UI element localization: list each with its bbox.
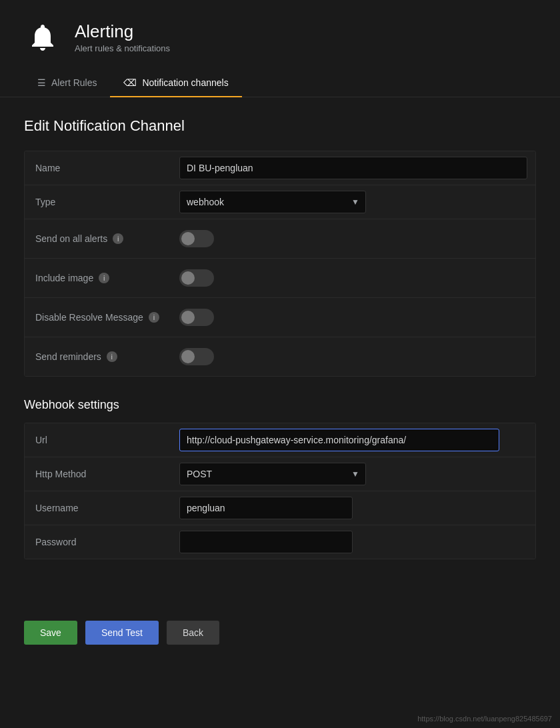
type-select[interactable]: webhook email slack pagerduty bbox=[179, 191, 366, 213]
url-value bbox=[171, 423, 535, 457]
include-image-value bbox=[171, 259, 535, 297]
http-method-select-wrapper: POST GET PUT ▼ bbox=[179, 463, 366, 485]
name-value bbox=[171, 151, 535, 185]
password-label: Password bbox=[25, 530, 171, 554]
page-title: Edit Notification Channel bbox=[24, 117, 536, 135]
save-button[interactable]: Save bbox=[24, 621, 77, 645]
name-label: Name bbox=[25, 156, 171, 180]
name-row: Name bbox=[25, 151, 535, 185]
back-button[interactable]: Back bbox=[167, 621, 219, 645]
type-select-wrapper: webhook email slack pagerduty ▼ bbox=[179, 191, 366, 213]
type-value: webhook email slack pagerduty ▼ bbox=[171, 185, 535, 219]
send-reminders-toggle-container bbox=[179, 343, 214, 371]
disable-resolve-toggle[interactable] bbox=[179, 309, 214, 326]
main-form: Name Type webhook email slack bbox=[24, 151, 536, 377]
type-row: Type webhook email slack pagerduty ▼ bbox=[25, 185, 535, 219]
main-content: Edit Notification Channel Name Type bbox=[0, 97, 560, 601]
username-row: Username bbox=[25, 491, 535, 525]
tab-alert-rules[interactable]: ☰ Alert Rules bbox=[24, 69, 110, 97]
url-input[interactable] bbox=[179, 429, 499, 451]
buttons-row: Save Send Test Back bbox=[0, 601, 560, 665]
disable-resolve-row: Disable Resolve Message i bbox=[25, 298, 535, 337]
include-image-toggle-container bbox=[179, 264, 214, 292]
http-method-label: Http Method bbox=[25, 462, 171, 486]
header: Alerting Alert rules & notifications bbox=[0, 0, 560, 69]
include-image-row: Include image i bbox=[25, 259, 535, 298]
url-row: Url bbox=[25, 423, 535, 457]
alert-rules-icon: ☰ bbox=[37, 77, 46, 88]
password-value bbox=[171, 525, 535, 559]
app-title: Alerting bbox=[75, 21, 170, 42]
name-input[interactable] bbox=[179, 157, 527, 179]
send-on-all-alerts-row: Send on all alerts i bbox=[25, 219, 535, 259]
disable-resolve-info-icon[interactable]: i bbox=[149, 312, 159, 323]
webhook-settings-section: Webhook settings Url Http Method bbox=[24, 398, 536, 559]
send-on-all-alerts-info-icon[interactable]: i bbox=[113, 233, 123, 244]
send-reminders-toggle[interactable] bbox=[179, 348, 214, 365]
disable-resolve-toggle-container bbox=[179, 303, 214, 331]
include-image-toggle[interactable] bbox=[179, 269, 214, 287]
notification-channels-icon: ⌫ bbox=[123, 77, 137, 88]
include-image-label: Include image i bbox=[25, 266, 171, 290]
include-image-slider bbox=[179, 269, 214, 287]
password-input[interactable] bbox=[179, 531, 353, 553]
type-label: Type bbox=[25, 190, 171, 214]
include-image-info-icon[interactable]: i bbox=[99, 273, 109, 283]
http-method-value: POST GET PUT ▼ bbox=[171, 457, 535, 491]
send-test-button[interactable]: Send Test bbox=[85, 621, 159, 645]
send-reminders-info-icon[interactable]: i bbox=[107, 351, 117, 362]
username-value bbox=[171, 491, 535, 525]
alerting-icon bbox=[24, 19, 61, 56]
header-text: Alerting Alert rules & notifications bbox=[75, 21, 170, 53]
disable-resolve-slider bbox=[179, 309, 214, 326]
http-method-row: Http Method POST GET PUT ▼ bbox=[25, 457, 535, 491]
send-reminders-value bbox=[171, 337, 535, 376]
password-row: Password bbox=[25, 525, 535, 559]
disable-resolve-value bbox=[171, 298, 535, 337]
send-on-all-alerts-toggle-container bbox=[179, 225, 214, 253]
send-on-all-alerts-toggle[interactable] bbox=[179, 230, 214, 247]
send-reminders-row: Send reminders i bbox=[25, 337, 535, 376]
webhook-fields-group: Url Http Method POST GET bbox=[24, 423, 536, 559]
username-label: Username bbox=[25, 496, 171, 520]
send-reminders-slider bbox=[179, 348, 214, 365]
send-on-all-alerts-label: Send on all alerts i bbox=[25, 227, 171, 251]
http-method-select[interactable]: POST GET PUT bbox=[179, 463, 366, 485]
tab-notification-channels[interactable]: ⌫ Notification channels bbox=[110, 69, 241, 97]
footer-url: https://blog.csdn.net/luanpeng825485697 bbox=[417, 715, 552, 723]
app-subtitle: Alert rules & notifications bbox=[75, 43, 170, 53]
webhook-section-title: Webhook settings bbox=[24, 398, 536, 412]
tab-bar: ☰ Alert Rules ⌫ Notification channels bbox=[0, 69, 560, 97]
send-on-all-alerts-slider bbox=[179, 230, 214, 247]
form-fields-group: Name Type webhook email slack bbox=[24, 151, 536, 377]
url-input-wrapper bbox=[179, 429, 499, 451]
send-on-all-alerts-value bbox=[171, 219, 535, 258]
disable-resolve-label: Disable Resolve Message i bbox=[25, 305, 171, 329]
username-input[interactable] bbox=[179, 497, 353, 519]
url-label: Url bbox=[25, 428, 171, 452]
send-reminders-label: Send reminders i bbox=[25, 345, 171, 369]
